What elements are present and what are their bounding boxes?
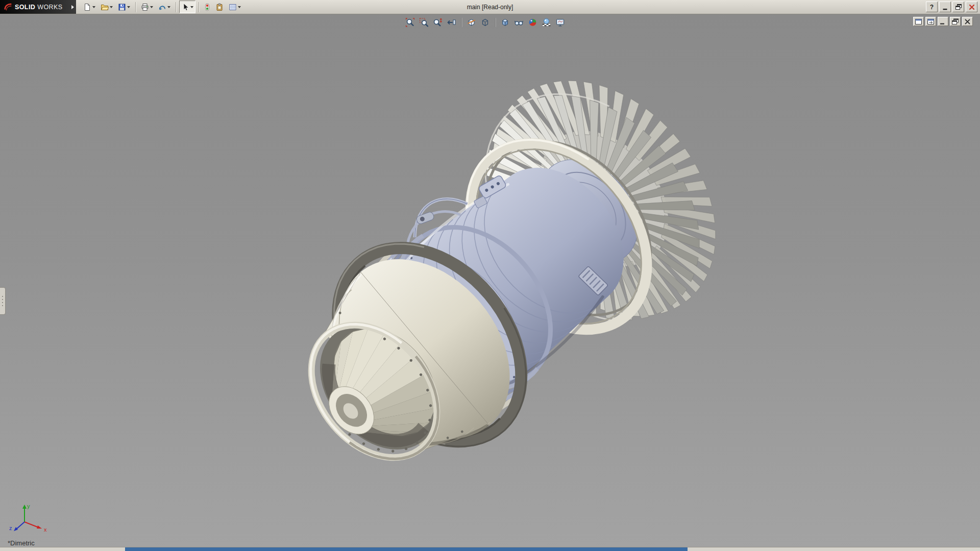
print-icon xyxy=(141,3,149,11)
help-label: ? xyxy=(930,4,934,11)
splitter-dot xyxy=(2,302,3,303)
edit-appearance-button[interactable] xyxy=(527,17,538,28)
triad-x-arrow xyxy=(37,525,42,529)
splitter-dot xyxy=(2,305,3,306)
selection-filter-button[interactable] xyxy=(202,1,212,13)
solidworks-logo[interactable]: SOLIDWORKS xyxy=(0,0,76,14)
toolbar-separator xyxy=(199,2,199,12)
previous-view-button[interactable] xyxy=(446,17,457,28)
section-view-icon xyxy=(467,18,476,27)
solidworks-logo-icon xyxy=(4,3,13,12)
display-style-icon xyxy=(501,18,510,27)
dropdown-caret[interactable] xyxy=(110,6,113,8)
dropdown-caret[interactable] xyxy=(127,6,130,8)
restore-icon xyxy=(955,4,962,11)
triad-y-label: y xyxy=(27,503,30,509)
restore-button[interactable] xyxy=(952,2,964,12)
apply-scene-icon xyxy=(542,18,551,27)
save-button[interactable] xyxy=(116,1,132,13)
select-cursor-icon xyxy=(181,3,189,11)
zoom-in-out-button[interactable] xyxy=(432,17,444,28)
titlebar: SOLIDWORKS xyxy=(0,0,980,14)
float-window-icon xyxy=(927,18,935,25)
solidworks-window: { "titlebar": { "brand_bold": "SOLID", "… xyxy=(0,0,980,551)
zoom-to-area-button[interactable] xyxy=(419,17,430,28)
window-menu-button[interactable] xyxy=(913,17,924,26)
restore-document-button[interactable] xyxy=(950,17,961,26)
options-grid-icon xyxy=(229,3,237,11)
open-button[interactable] xyxy=(99,1,115,13)
window-menu-icon xyxy=(915,18,922,25)
float-window-button[interactable] xyxy=(925,17,936,26)
window-controls: ? xyxy=(926,2,977,12)
dropdown-caret[interactable] xyxy=(238,6,241,8)
status-bar xyxy=(0,547,980,551)
restore-document-icon xyxy=(951,18,959,25)
minimize-button[interactable] xyxy=(939,2,951,12)
status-progress-segment xyxy=(125,547,688,551)
previous-view-icon xyxy=(447,18,456,27)
help-button[interactable]: ? xyxy=(926,2,938,12)
toolbar-separator xyxy=(176,2,176,12)
toolbar-separator xyxy=(495,18,496,27)
print-button[interactable] xyxy=(139,1,155,13)
minimize-icon xyxy=(942,4,949,11)
view-orientation-icon xyxy=(481,18,490,27)
close-document-icon xyxy=(964,18,971,25)
toolbar-separator xyxy=(135,2,136,12)
new-document-button[interactable] xyxy=(81,1,97,13)
viewport-canvas[interactable]: x y z *Dimetric xyxy=(0,14,980,547)
dropdown-caret[interactable] xyxy=(150,6,153,8)
new-document-icon xyxy=(83,3,91,11)
triad-x-label: x xyxy=(44,527,47,533)
hide-show-items-button[interactable] xyxy=(513,17,525,28)
edit-appearance-icon xyxy=(528,18,537,27)
view-orientation-label: *Dimetric xyxy=(8,539,35,547)
document-window-controls xyxy=(913,17,973,26)
undo-button[interactable] xyxy=(156,1,173,13)
zoom-to-area-icon xyxy=(420,18,429,27)
minimize-document-icon xyxy=(939,18,947,25)
brand-text-bold: SOLID xyxy=(15,4,35,11)
triad-z-label: z xyxy=(9,525,12,531)
dropdown-caret[interactable] xyxy=(190,6,193,8)
window-title: main [Read-only] xyxy=(467,4,513,11)
triad-y-arrow xyxy=(22,505,27,509)
view-toolbar xyxy=(405,17,566,28)
splitter-dot xyxy=(2,296,3,297)
minimize-document-button[interactable] xyxy=(938,17,948,26)
design-binder-button[interactable] xyxy=(213,1,226,13)
menu-expand-icon[interactable] xyxy=(71,5,74,9)
view-settings-button[interactable] xyxy=(555,17,566,28)
panel-splitter-handle[interactable] xyxy=(0,287,6,315)
hide-show-items-icon xyxy=(514,18,524,27)
selection-filter-icon xyxy=(204,3,210,11)
orientation-triad: x y z xyxy=(7,502,54,536)
view-orientation-button[interactable] xyxy=(480,17,491,28)
select-button[interactable] xyxy=(179,1,195,13)
close-document-button[interactable] xyxy=(962,17,973,26)
zoom-in-out-icon xyxy=(433,18,443,27)
options-button[interactable] xyxy=(227,1,243,13)
apply-scene-button[interactable] xyxy=(541,17,552,28)
save-icon xyxy=(118,3,126,11)
main-toolbar xyxy=(76,0,243,14)
dropdown-caret[interactable] xyxy=(92,6,95,8)
splitter-dot xyxy=(2,299,3,300)
close-icon xyxy=(968,4,975,11)
display-style-button[interactable] xyxy=(500,17,511,28)
engine-model xyxy=(0,14,980,547)
zoom-to-fit-button[interactable] xyxy=(405,17,416,28)
brand-text-light: WORKS xyxy=(37,4,62,11)
toolbar-separator xyxy=(461,18,462,27)
dropdown-caret[interactable] xyxy=(167,6,170,8)
design-binder-icon xyxy=(215,3,224,11)
zoom-to-fit-icon xyxy=(406,18,415,27)
open-icon xyxy=(101,3,109,11)
section-view-button[interactable] xyxy=(466,17,477,28)
view-settings-icon xyxy=(556,18,565,27)
close-button[interactable] xyxy=(966,2,977,12)
undo-icon xyxy=(158,3,166,11)
